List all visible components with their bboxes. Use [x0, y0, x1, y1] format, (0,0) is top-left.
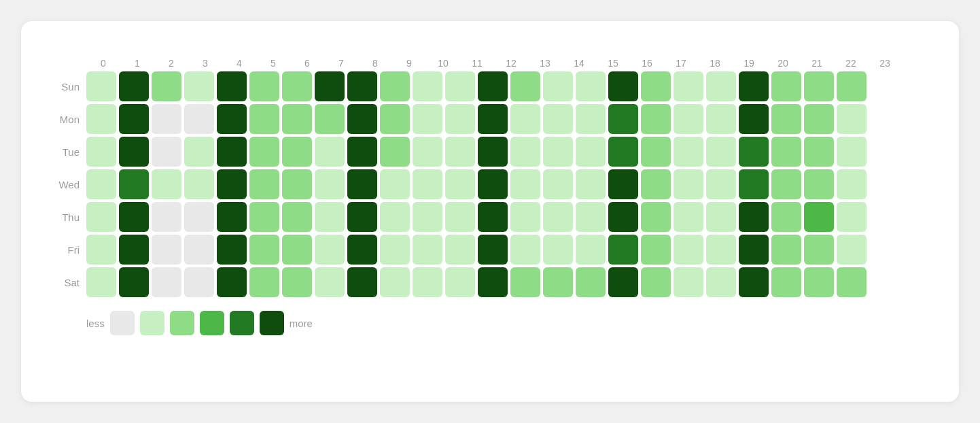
cell: [608, 71, 638, 101]
cell: [608, 169, 638, 199]
cell: [380, 137, 410, 167]
cell: [119, 169, 149, 199]
legend-cell: [230, 311, 254, 335]
cell: [706, 235, 736, 265]
cell: [282, 202, 312, 232]
cell: [510, 71, 540, 101]
cell: [413, 235, 442, 265]
grid-row: Wed: [48, 169, 932, 199]
hour-label: 14: [562, 58, 596, 69]
cell: [413, 71, 442, 101]
cell: [673, 202, 703, 232]
cell: [119, 267, 149, 297]
cell: [739, 169, 769, 199]
cell: [771, 202, 801, 232]
cell: [347, 104, 377, 134]
cell: [282, 235, 312, 265]
cell: [445, 71, 475, 101]
cell: [152, 267, 181, 297]
cell: [543, 137, 573, 167]
cell: [673, 104, 703, 134]
day-label: Sun: [48, 81, 86, 92]
cell: [380, 104, 410, 134]
cell: [249, 71, 279, 101]
cell: [86, 202, 116, 232]
cell: [673, 137, 703, 167]
grid-row: Thu: [48, 202, 932, 232]
legend-cell: [260, 311, 284, 335]
cell: [804, 267, 834, 297]
cell: [706, 169, 736, 199]
grid-row: Sat: [48, 267, 932, 297]
cell: [706, 202, 736, 232]
cell: [510, 104, 540, 134]
cell: [478, 202, 508, 232]
cell: [282, 267, 312, 297]
cell: [804, 137, 834, 167]
cell: [641, 235, 671, 265]
cell: [282, 104, 312, 134]
cells-row: [86, 267, 867, 297]
cell: [184, 137, 214, 167]
cell: [641, 104, 671, 134]
cell: [217, 71, 247, 101]
cell: [543, 104, 573, 134]
hour-label: 15: [596, 58, 630, 69]
cell: [249, 104, 279, 134]
day-label: Wed: [48, 179, 86, 190]
cell: [282, 137, 312, 167]
cell: [380, 235, 410, 265]
cell: [608, 202, 638, 232]
hour-label: 19: [732, 58, 766, 69]
cell: [282, 71, 312, 101]
cell: [608, 137, 638, 167]
cell: [673, 267, 703, 297]
cell: [771, 235, 801, 265]
cell: [576, 104, 606, 134]
cell: [739, 104, 769, 134]
cell: [576, 235, 606, 265]
cell: [86, 235, 116, 265]
cell: [510, 169, 540, 199]
cells-row: [86, 71, 867, 101]
cell: [576, 267, 606, 297]
cell: [184, 267, 214, 297]
legend-less-label: less: [86, 318, 105, 329]
hour-label: 21: [800, 58, 834, 69]
cell: [641, 169, 671, 199]
cell: [184, 71, 214, 101]
cell: [152, 235, 181, 265]
cell: [152, 137, 181, 167]
cell: [771, 71, 801, 101]
cell: [119, 104, 149, 134]
chart-card: 01234567891011121314151617181920212223 S…: [21, 21, 959, 402]
legend-cell: [110, 311, 135, 335]
cell: [641, 202, 671, 232]
cell: [510, 202, 540, 232]
cell: [217, 235, 247, 265]
cell: [152, 202, 181, 232]
cell: [152, 71, 181, 101]
cell: [804, 202, 834, 232]
cell: [837, 137, 867, 167]
cell: [282, 169, 312, 199]
hour-label: 5: [256, 58, 290, 69]
cell: [413, 267, 442, 297]
cell: [315, 71, 345, 101]
cell: [249, 137, 279, 167]
legend-cell: [200, 311, 224, 335]
cell: [739, 137, 769, 167]
cell: [152, 169, 181, 199]
hour-label: 20: [766, 58, 800, 69]
cell: [510, 267, 540, 297]
cell: [119, 137, 149, 167]
cell: [706, 71, 736, 101]
hour-label: 3: [188, 58, 222, 69]
cell: [804, 71, 834, 101]
cell: [86, 267, 116, 297]
cell: [86, 169, 116, 199]
grid-row: Tue: [48, 137, 932, 167]
cell: [543, 267, 573, 297]
cell: [249, 235, 279, 265]
cell: [739, 235, 769, 265]
